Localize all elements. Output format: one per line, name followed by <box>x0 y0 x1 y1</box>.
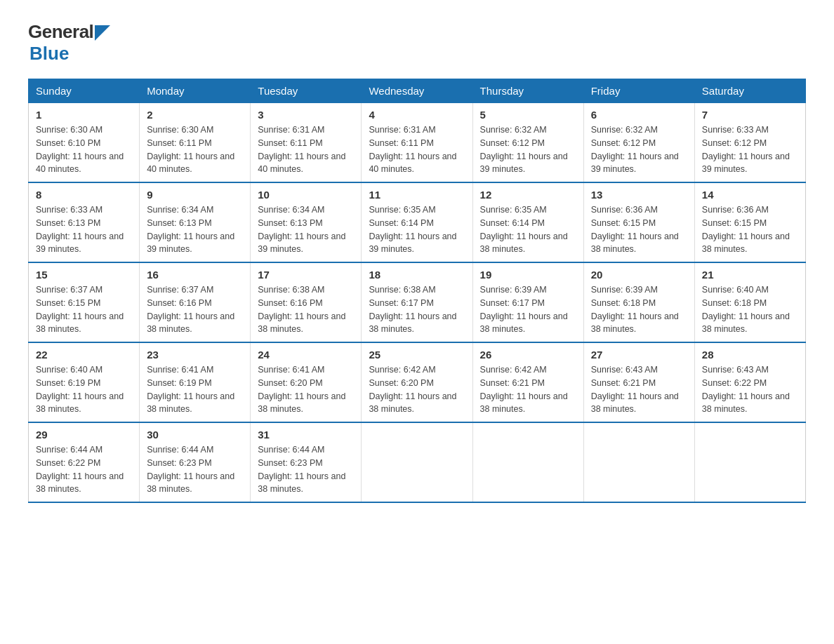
day-number: 16 <box>147 269 243 281</box>
calendar-cell: 4Sunrise: 6:31 AMSunset: 6:11 PMDaylight… <box>362 103 472 183</box>
weekday-header-sunday: Sunday <box>29 79 140 103</box>
day-info: Sunrise: 6:34 AMSunset: 6:13 PMDaylight:… <box>258 205 345 254</box>
day-info: Sunrise: 6:31 AMSunset: 6:11 PMDaylight:… <box>258 125 345 174</box>
calendar-cell: 31Sunrise: 6:44 AMSunset: 6:23 PMDayligh… <box>251 422 362 502</box>
calendar-cell <box>694 422 805 502</box>
day-number: 7 <box>702 109 798 121</box>
day-info: Sunrise: 6:41 AMSunset: 6:20 PMDaylight:… <box>258 365 345 414</box>
calendar-cell: 2Sunrise: 6:30 AMSunset: 6:11 PMDaylight… <box>140 103 251 183</box>
weekday-header-wednesday: Wednesday <box>362 79 472 103</box>
day-info: Sunrise: 6:42 AMSunset: 6:21 PMDaylight:… <box>480 365 568 414</box>
calendar-cell: 28Sunrise: 6:43 AMSunset: 6:22 PMDayligh… <box>694 342 805 422</box>
weekday-header-monday: Monday <box>140 79 251 103</box>
page-header: General Blue <box>28 21 806 65</box>
day-number: 30 <box>147 429 243 441</box>
day-number: 27 <box>591 349 687 361</box>
day-info: Sunrise: 6:37 AMSunset: 6:16 PMDaylight:… <box>147 285 234 334</box>
day-number: 18 <box>369 269 465 281</box>
calendar-cell: 23Sunrise: 6:41 AMSunset: 6:19 PMDayligh… <box>140 342 251 422</box>
calendar-cell: 11Sunrise: 6:35 AMSunset: 6:14 PMDayligh… <box>362 182 472 262</box>
day-info: Sunrise: 6:36 AMSunset: 6:15 PMDaylight:… <box>591 205 679 254</box>
calendar-cell: 13Sunrise: 6:36 AMSunset: 6:15 PMDayligh… <box>583 182 694 262</box>
calendar-cell: 17Sunrise: 6:38 AMSunset: 6:16 PMDayligh… <box>251 262 362 342</box>
calendar-cell: 22Sunrise: 6:40 AMSunset: 6:19 PMDayligh… <box>29 342 140 422</box>
calendar-cell: 19Sunrise: 6:39 AMSunset: 6:17 PMDayligh… <box>472 262 583 342</box>
day-number: 15 <box>36 269 132 281</box>
day-info: Sunrise: 6:31 AMSunset: 6:11 PMDaylight:… <box>369 125 456 174</box>
day-number: 22 <box>36 349 132 361</box>
day-number: 19 <box>480 269 576 281</box>
calendar-cell: 24Sunrise: 6:41 AMSunset: 6:20 PMDayligh… <box>251 342 362 422</box>
day-number: 13 <box>591 189 687 201</box>
day-info: Sunrise: 6:30 AMSunset: 6:10 PMDaylight:… <box>36 125 124 174</box>
calendar-header-row: SundayMondayTuesdayWednesdayThursdayFrid… <box>29 79 806 103</box>
day-number: 24 <box>258 349 354 361</box>
day-info: Sunrise: 6:41 AMSunset: 6:19 PMDaylight:… <box>147 365 234 414</box>
day-number: 2 <box>147 109 243 121</box>
day-info: Sunrise: 6:44 AMSunset: 6:22 PMDaylight:… <box>36 445 124 494</box>
day-info: Sunrise: 6:39 AMSunset: 6:17 PMDaylight:… <box>480 285 568 334</box>
day-info: Sunrise: 6:37 AMSunset: 6:15 PMDaylight:… <box>36 285 124 334</box>
calendar-cell <box>583 422 694 502</box>
calendar-cell: 29Sunrise: 6:44 AMSunset: 6:22 PMDayligh… <box>29 422 140 502</box>
day-info: Sunrise: 6:32 AMSunset: 6:12 PMDaylight:… <box>591 125 679 174</box>
calendar-cell: 15Sunrise: 6:37 AMSunset: 6:15 PMDayligh… <box>29 262 140 342</box>
day-number: 17 <box>258 269 354 281</box>
day-info: Sunrise: 6:35 AMSunset: 6:14 PMDaylight:… <box>369 205 456 254</box>
calendar-cell: 12Sunrise: 6:35 AMSunset: 6:14 PMDayligh… <box>472 182 583 262</box>
calendar-cell: 9Sunrise: 6:34 AMSunset: 6:13 PMDaylight… <box>140 182 251 262</box>
calendar-cell: 18Sunrise: 6:38 AMSunset: 6:17 PMDayligh… <box>362 262 472 342</box>
calendar-week-row: 1Sunrise: 6:30 AMSunset: 6:10 PMDaylight… <box>29 103 806 183</box>
day-info: Sunrise: 6:43 AMSunset: 6:21 PMDaylight:… <box>591 365 679 414</box>
calendar-cell: 30Sunrise: 6:44 AMSunset: 6:23 PMDayligh… <box>140 422 251 502</box>
logo: General Blue <box>28 21 110 65</box>
calendar-cell: 27Sunrise: 6:43 AMSunset: 6:21 PMDayligh… <box>583 342 694 422</box>
day-info: Sunrise: 6:35 AMSunset: 6:14 PMDaylight:… <box>480 205 568 254</box>
calendar-week-row: 22Sunrise: 6:40 AMSunset: 6:19 PMDayligh… <box>29 342 806 422</box>
calendar-cell: 8Sunrise: 6:33 AMSunset: 6:13 PMDaylight… <box>29 182 140 262</box>
weekday-header-thursday: Thursday <box>472 79 583 103</box>
day-number: 5 <box>480 109 576 121</box>
day-info: Sunrise: 6:34 AMSunset: 6:13 PMDaylight:… <box>147 205 234 254</box>
day-info: Sunrise: 6:32 AMSunset: 6:12 PMDaylight:… <box>480 125 568 174</box>
day-info: Sunrise: 6:33 AMSunset: 6:12 PMDaylight:… <box>702 125 790 174</box>
day-number: 31 <box>258 429 354 441</box>
day-number: 23 <box>147 349 243 361</box>
day-number: 20 <box>591 269 687 281</box>
logo-blue-text: Blue <box>29 43 69 64</box>
day-info: Sunrise: 6:33 AMSunset: 6:13 PMDaylight:… <box>36 205 124 254</box>
day-number: 6 <box>591 109 687 121</box>
weekday-header-saturday: Saturday <box>694 79 805 103</box>
day-info: Sunrise: 6:38 AMSunset: 6:17 PMDaylight:… <box>369 285 456 334</box>
day-info: Sunrise: 6:40 AMSunset: 6:18 PMDaylight:… <box>702 285 790 334</box>
day-info: Sunrise: 6:39 AMSunset: 6:18 PMDaylight:… <box>591 285 679 334</box>
calendar-week-row: 8Sunrise: 6:33 AMSunset: 6:13 PMDaylight… <box>29 182 806 262</box>
calendar-week-row: 29Sunrise: 6:44 AMSunset: 6:22 PMDayligh… <box>29 422 806 502</box>
day-number: 14 <box>702 189 798 201</box>
calendar-cell <box>362 422 472 502</box>
day-number: 4 <box>369 109 465 121</box>
calendar-cell: 20Sunrise: 6:39 AMSunset: 6:18 PMDayligh… <box>583 262 694 342</box>
day-number: 11 <box>369 189 465 201</box>
weekday-header-friday: Friday <box>583 79 694 103</box>
day-info: Sunrise: 6:38 AMSunset: 6:16 PMDaylight:… <box>258 285 345 334</box>
day-number: 10 <box>258 189 354 201</box>
day-info: Sunrise: 6:42 AMSunset: 6:20 PMDaylight:… <box>369 365 456 414</box>
day-number: 1 <box>36 109 132 121</box>
day-number: 28 <box>702 349 798 361</box>
calendar-week-row: 15Sunrise: 6:37 AMSunset: 6:15 PMDayligh… <box>29 262 806 342</box>
calendar-cell: 10Sunrise: 6:34 AMSunset: 6:13 PMDayligh… <box>251 182 362 262</box>
calendar-cell <box>472 422 583 502</box>
calendar-cell: 26Sunrise: 6:42 AMSunset: 6:21 PMDayligh… <box>472 342 583 422</box>
weekday-header-tuesday: Tuesday <box>251 79 362 103</box>
day-number: 25 <box>369 349 465 361</box>
day-number: 12 <box>480 189 576 201</box>
day-info: Sunrise: 6:36 AMSunset: 6:15 PMDaylight:… <box>702 205 790 254</box>
calendar-table: SundayMondayTuesdayWednesdayThursdayFrid… <box>28 79 806 503</box>
calendar-cell: 16Sunrise: 6:37 AMSunset: 6:16 PMDayligh… <box>140 262 251 342</box>
day-number: 9 <box>147 189 243 201</box>
day-info: Sunrise: 6:44 AMSunset: 6:23 PMDaylight:… <box>147 445 234 494</box>
calendar-cell: 6Sunrise: 6:32 AMSunset: 6:12 PMDaylight… <box>583 103 694 183</box>
calendar-cell: 3Sunrise: 6:31 AMSunset: 6:11 PMDaylight… <box>251 103 362 183</box>
calendar-cell: 7Sunrise: 6:33 AMSunset: 6:12 PMDaylight… <box>694 103 805 183</box>
